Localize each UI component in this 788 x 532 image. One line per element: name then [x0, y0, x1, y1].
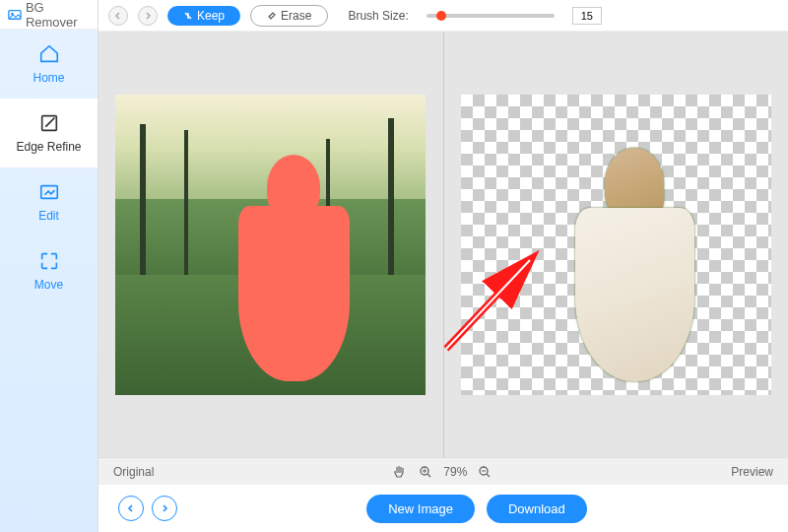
preview-panel [443, 32, 789, 457]
original-image[interactable] [115, 95, 426, 395]
new-image-button[interactable]: New Image [366, 495, 475, 523]
home-icon [38, 43, 60, 65]
original-label: Original [113, 465, 154, 479]
svg-line-8 [427, 474, 430, 477]
edge-refine-icon [38, 112, 60, 134]
svg-line-12 [487, 474, 490, 477]
download-button[interactable]: Download [487, 495, 587, 523]
preview-image[interactable] [461, 95, 771, 395]
undo-button[interactable] [108, 6, 128, 26]
edit-icon [38, 181, 60, 203]
brush-size-label: Brush Size: [348, 9, 408, 23]
original-panel [98, 32, 443, 457]
brush-size-slider[interactable] [427, 14, 555, 18]
preview-label: Preview [731, 465, 773, 479]
sidebar-item-move[interactable]: Move [0, 236, 98, 305]
canvas-area [98, 32, 788, 457]
sidebar-item-edit[interactable]: Edit [0, 167, 98, 236]
sidebar: BG Remover Home Edge Refine Edit Move [0, 0, 98, 532]
sidebar-item-home[interactable]: Home [0, 30, 98, 99]
toolbar: Keep Erase Brush Size: [98, 0, 788, 32]
sidebar-item-edge-refine[interactable]: Edge Refine [0, 99, 98, 167]
slider-thumb[interactable] [436, 11, 446, 21]
erase-button[interactable]: Erase [250, 5, 328, 27]
brush-size-input[interactable] [572, 7, 602, 25]
sidebar-item-label: Edge Refine [16, 140, 81, 154]
app-title: BG Remover [26, 0, 90, 30]
sidebar-item-label: Home [33, 71, 64, 85]
erase-icon [267, 11, 277, 21]
keep-icon [183, 11, 193, 21]
bottom-bar: New Image Download [98, 485, 788, 532]
zoom-out-button[interactable] [477, 464, 492, 480]
next-image-button[interactable] [152, 496, 177, 521]
sidebar-item-label: Edit [38, 209, 59, 223]
zoom-level: 79% [443, 465, 467, 479]
main-area: Keep Erase Brush Size: [98, 0, 788, 532]
status-bar: Original 79% Preview [98, 457, 788, 485]
keep-mask-overlay [225, 155, 364, 389]
redo-button[interactable] [138, 6, 158, 26]
pan-tool-icon[interactable] [392, 464, 408, 480]
prev-image-button[interactable] [118, 496, 144, 521]
sidebar-item-label: Move [34, 278, 63, 292]
keep-button[interactable]: Keep [167, 6, 240, 26]
zoom-in-button[interactable] [418, 464, 433, 480]
move-icon [38, 250, 60, 272]
logo-icon [8, 7, 22, 23]
app-logo: BG Remover [0, 0, 98, 30]
